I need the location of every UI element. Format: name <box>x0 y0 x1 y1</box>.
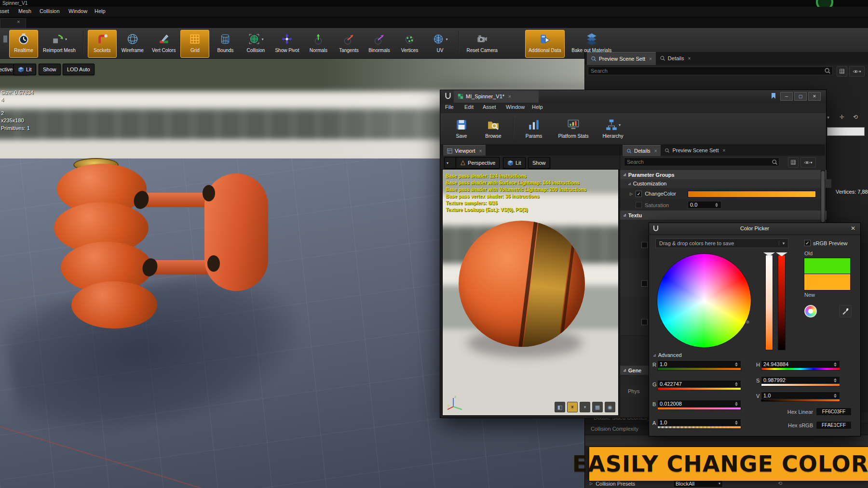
eyedropper-icon[interactable] <box>839 305 852 317</box>
mi-asset-tab[interactable]: MI_Spinner_V1* × <box>454 90 539 103</box>
chevron-down-icon[interactable]: ▾ <box>619 123 621 127</box>
tab-mi-details[interactable]: Details× <box>623 145 661 156</box>
change-color-swatch-bar[interactable] <box>688 191 816 198</box>
s-gradient-strip[interactable] <box>761 384 840 386</box>
texture-checkbox[interactable] <box>641 242 648 248</box>
spinner-arrows-icon[interactable] <box>715 203 719 207</box>
search-input[interactable] <box>588 66 833 75</box>
g-gradient-strip[interactable] <box>657 388 741 390</box>
toolbar-show-pivot-button[interactable]: Show Pivot <box>271 30 302 58</box>
layout-pin-icon[interactable] <box>770 92 777 101</box>
asset-tab-partial[interactable] <box>0 18 26 29</box>
visibility-eye-icon[interactable]: ▾ <box>849 66 865 77</box>
mi-save-button[interactable]: Save <box>447 116 476 144</box>
window-title-tab[interactable]: Spinner_V1 <box>2 0 27 6</box>
tab-close-icon[interactable]: × <box>654 148 657 154</box>
spinner-arrows-icon[interactable] <box>834 394 838 398</box>
toolbar-additional-data-button[interactable]: Additional Data <box>525 30 565 58</box>
reset-icon[interactable]: ⟲ <box>853 114 858 120</box>
new-color-swatch[interactable] <box>804 274 851 290</box>
mi-show-button[interactable]: Show <box>528 157 550 169</box>
menu-asset[interactable]: Asset <box>0 8 9 14</box>
show-button[interactable]: Show <box>39 64 61 75</box>
expander-icon[interactable]: ▷ <box>590 481 593 486</box>
toolbar-collision-button[interactable]: ▾ Collision <box>241 30 270 58</box>
value-field-partial[interactable] <box>827 127 865 136</box>
toolbar-reset-camera-button[interactable]: Reset Camera <box>463 30 501 58</box>
color-picker-window[interactable]: Color Picker ✕ Drag & drop colors here t… <box>649 223 861 436</box>
b-channel-field[interactable]: 0.012008 <box>657 400 741 410</box>
section-header-partial[interactable] <box>585 435 868 447</box>
mi-menu-asset[interactable]: Asset <box>483 104 496 110</box>
g-channel-field[interactable]: 0.422747 <box>657 380 741 390</box>
texture-checkbox[interactable] <box>641 280 648 287</box>
toolbar-normals-button[interactable]: Normals <box>304 30 333 58</box>
mi-lit-button[interactable]: Lit <box>503 157 526 169</box>
reset-to-default-icon[interactable]: ⟲ <box>778 480 782 487</box>
toolbar-uv-button[interactable]: ▾ UV <box>425 30 454 58</box>
saved-colors-dropdown[interactable]: Drag & drop colors here to save ▾ <box>655 238 788 248</box>
toolbar-vertices-button[interactable]: Vertices <box>395 30 424 58</box>
h-gradient-strip[interactable] <box>761 368 840 370</box>
toolbar-binormals-button[interactable]: Binormals <box>365 30 393 58</box>
tab-preview-scene-settings[interactable]: Preview Scene Sett× <box>587 52 656 65</box>
toolbar-realtime-button[interactable]: Realtime <box>9 30 38 58</box>
slider-handle-icon[interactable] <box>763 252 775 256</box>
toolbar-sockets-button[interactable]: Sockets <box>88 30 117 58</box>
mi-menu-window[interactable]: Window <box>506 104 525 110</box>
tab-close-icon[interactable]: × <box>649 56 652 62</box>
header-texture-partial[interactable]: ⊿ Textu <box>620 211 827 220</box>
texture-checkbox[interactable] <box>641 319 648 325</box>
menu-window[interactable]: Window <box>68 8 87 14</box>
mi-browse-button[interactable]: Browse <box>479 116 508 144</box>
preview-mesh-icon[interactable]: ◧ <box>555 402 565 412</box>
menu-help[interactable]: Help <box>95 8 106 14</box>
advanced-expander[interactable]: ⊿ Advanced <box>653 352 682 358</box>
mi-menu-edit[interactable]: Edit <box>464 104 474 110</box>
maximize-button[interactable]: ▢ <box>794 92 807 101</box>
chevron-down-icon[interactable]: ▾ <box>261 37 263 41</box>
tab-mi-preview-scene-settings[interactable]: Preview Scene Sett× <box>661 145 729 156</box>
toolbar-tangents-button[interactable]: Tangents <box>334 30 363 58</box>
srgb-preview-checkbox[interactable]: ✓ <box>804 240 811 246</box>
toolbar-reimport-mesh-button[interactable]: ▾ Reimport Mesh <box>40 30 79 58</box>
move-tool-icon[interactable]: ✛ <box>840 114 844 120</box>
a-channel-field[interactable]: 1.0 <box>657 419 741 429</box>
view-options-grid-icon[interactable] <box>837 66 847 77</box>
collapse-chevron-icon[interactable]: ▾ <box>580 402 590 412</box>
toolbar-grid-button[interactable]: Grid <box>180 30 209 58</box>
view-options-grid-icon[interactable] <box>788 157 799 168</box>
row-change-color[interactable]: ▷ ✓ ChangeColor <box>620 188 821 200</box>
hex-linear-input[interactable] <box>816 408 852 416</box>
menu-mesh[interactable]: Mesh <box>18 8 31 14</box>
lit-button[interactable]: Lit <box>14 64 36 75</box>
a-gradient-strip[interactable] <box>657 426 741 429</box>
s-channel-field[interactable]: 0.987992 <box>761 376 840 386</box>
tab-close-icon[interactable]: × <box>688 56 691 61</box>
grid-toggle-icon[interactable]: ▦ <box>592 402 603 412</box>
v-channel-field[interactable]: 1.0 <box>761 392 840 402</box>
color-themes-icon[interactable] <box>804 305 817 317</box>
visibility-eye-icon[interactable]: ▾ <box>800 157 816 168</box>
r-gradient-strip[interactable] <box>657 368 741 370</box>
header-customization[interactable]: ⊿ Customization <box>620 179 831 188</box>
tab-details[interactable]: Details× <box>656 52 694 65</box>
wheel-selector-icon[interactable] <box>746 320 750 324</box>
lighting-icon[interactable]: ☀ <box>567 402 578 412</box>
v-gradient-strip[interactable] <box>761 399 840 402</box>
mi-details-search-input[interactable] <box>624 158 779 166</box>
h-channel-field[interactable]: 24.943884 <box>761 360 840 370</box>
partial-toolbar-button[interactable] <box>3 30 8 58</box>
toolbar-vert-colors-button[interactable]: Vert Colors <box>149 30 179 58</box>
mi-perspective-button[interactable]: Perspective <box>456 157 500 169</box>
saturation-value-field[interactable]: 0.0 <box>688 201 721 209</box>
header-parameter-groups[interactable]: ⊿ Parameter Groups <box>620 170 827 179</box>
picker-titlebar[interactable]: Color Picker ✕ <box>649 223 860 235</box>
r-channel-field[interactable]: 1.0 <box>657 360 741 370</box>
spinner-arrows-icon[interactable] <box>834 378 838 382</box>
spinner-arrows-icon[interactable] <box>834 362 838 367</box>
chevron-down-icon[interactable]: ▾ <box>827 115 829 120</box>
slider-handle-icon[interactable] <box>776 252 787 256</box>
hex-srgb-input[interactable] <box>816 421 852 429</box>
menu-collision[interactable]: Collision <box>40 8 60 14</box>
